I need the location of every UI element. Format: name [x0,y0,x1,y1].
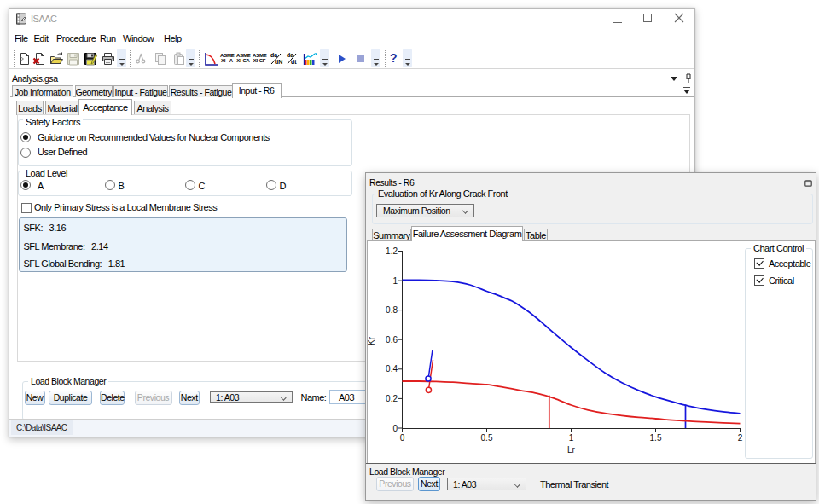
svg-text:0.8: 0.8 [386,305,398,315]
svg-text:0.2: 0.2 [386,394,398,403]
svg-text:da: da [270,52,277,58]
svg-text:1.5: 1.5 [650,433,662,443]
svg-text:dN: dN [275,59,282,65]
svg-text:2: 2 [738,433,743,443]
svg-text:Lr: Lr [567,445,576,455]
svg-text:Kr: Kr [368,336,376,345]
svg-text:0: 0 [392,424,398,433]
svg-text:0.5: 0.5 [481,433,493,443]
svg-text:1: 1 [569,433,574,443]
svg-text:1.2: 1.2 [386,246,398,256]
svg-text:0: 0 [400,433,405,443]
svg-text:0.4: 0.4 [386,364,398,374]
svg-text:da: da [287,52,293,58]
svg-text:1: 1 [392,276,398,286]
svg-text:0.6: 0.6 [386,335,398,345]
svg-text:dt: dt [291,59,297,65]
